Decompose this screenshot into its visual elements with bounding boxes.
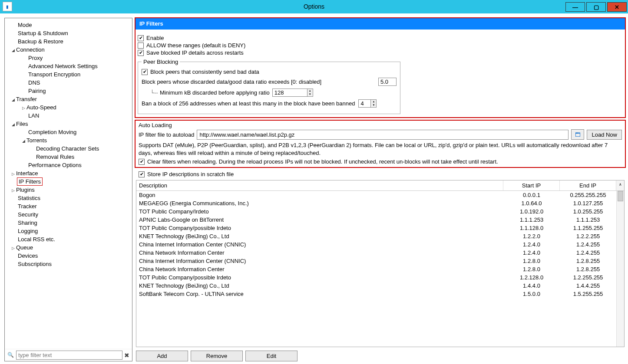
tree-toggle-icon[interactable]: ▷ [11, 172, 15, 176]
tree-toggle-icon[interactable]: ▷ [21, 106, 26, 110]
ban-block-input[interactable] [358, 99, 370, 108]
scrollbar[interactable] [616, 191, 624, 347]
tree-item[interactable]: ▷Auto-Speed [5, 103, 132, 111]
table-row[interactable]: China Internet Information Center (CNNIC… [136, 257, 616, 265]
tree-item[interactable]: Advanced Network Settings [5, 62, 132, 70]
ip-ranges-table[interactable]: Description Start IP End IP ∧ Bogon0.0.0… [136, 180, 625, 347]
col-description[interactable]: Description [136, 180, 503, 190]
tree-item-label: Auto-Speed [26, 104, 56, 111]
tree-toggle-icon[interactable]: ◢ [11, 48, 15, 52]
table-row[interactable]: China Network Information Center1.2.8.01… [136, 265, 616, 273]
tree-item-label: Completion Moving [28, 129, 76, 135]
load-now-button[interactable]: Load Now [587, 130, 622, 140]
tree-item[interactable]: ▷Queue [5, 243, 132, 252]
col-start-ip[interactable]: Start IP [503, 180, 560, 190]
col-end-ip[interactable]: End IP [560, 180, 616, 190]
tree-item[interactable]: Performance Options [5, 161, 132, 169]
scroll-thumb[interactable] [618, 191, 623, 201]
save-blocked-checkbox[interactable] [138, 50, 144, 56]
remove-button[interactable]: Remove [191, 351, 243, 361]
cell-end-ip: 1.1.255.255 [560, 224, 616, 232]
tree-toggle-icon[interactable]: ◢ [11, 122, 15, 127]
store-scratch-checkbox[interactable] [139, 171, 145, 177]
scroll-up-icon[interactable]: ∧ [616, 180, 624, 190]
tree-item[interactable]: Decoding Character Sets [5, 144, 132, 153]
tree-item[interactable]: Startup & Shutdown [5, 29, 132, 37]
min-kb-input[interactable] [272, 89, 307, 97]
maximize-button[interactable]: ▢ [586, 2, 606, 12]
close-button[interactable]: ✕ [607, 2, 627, 12]
table-row[interactable]: China Network Information Center1.2.4.01… [136, 249, 616, 257]
tree-item[interactable]: Removal Rules [5, 153, 132, 161]
enable-checkbox[interactable] [138, 35, 144, 41]
tree-item[interactable]: Tracker [5, 202, 132, 210]
clear-filters-checkbox[interactable] [139, 159, 145, 165]
ratio-input[interactable] [378, 78, 397, 86]
tree-item[interactable]: Statistics [5, 194, 132, 202]
tree-toggle-icon[interactable]: ▷ [11, 188, 15, 193]
spin-down-icon[interactable]: ▼ [371, 103, 376, 107]
allow-checkbox[interactable] [138, 43, 144, 49]
table-row[interactable]: TOT Public Company/Irdeto1.0.192.01.0.25… [136, 207, 616, 216]
tree-item[interactable]: ◢Connection [5, 46, 132, 54]
edit-button[interactable]: Edit [245, 351, 297, 361]
browse-button[interactable]: 🗔 [571, 129, 584, 140]
tree-item[interactable]: ◢Files [5, 120, 132, 128]
minimize-button[interactable]: — [565, 2, 585, 12]
tree-item[interactable]: ◢Torrents [5, 136, 132, 144]
spin-down-icon[interactable]: ▼ [307, 92, 313, 96]
table-row[interactable]: Bogon0.0.0.10.255.255.255 [136, 191, 616, 199]
tree-item[interactable]: ◢Transfer [5, 95, 132, 103]
tree-toggle-icon[interactable]: ▷ [11, 246, 15, 250]
cell-start-ip: 1.1.128.0 [503, 224, 560, 232]
tree-toggle-icon[interactable]: ◢ [11, 98, 15, 102]
tree-item[interactable]: Subscriptions [5, 260, 132, 268]
tree-item[interactable]: ▷Plugins [5, 186, 132, 194]
filter-clear-icon[interactable]: ✖ [124, 352, 129, 359]
table-row[interactable]: KNET Technology (BeiJing) Co., Ltd1.4.4.… [136, 282, 616, 290]
add-button[interactable]: Add [136, 351, 188, 361]
spin-up-icon[interactable]: ▲ [371, 100, 376, 103]
cell-start-ip: 1.4.4.0 [503, 282, 560, 289]
tree-item-label: Tracker [18, 203, 37, 210]
tree-toggle-icon[interactable]: ◢ [21, 139, 26, 143]
autoload-url-input[interactable] [197, 130, 569, 140]
tree-item[interactable]: Pairing [5, 87, 132, 95]
tree-item[interactable]: Transport Encryption [5, 70, 132, 79]
tree-item[interactable]: Logging [5, 227, 132, 235]
tree-item[interactable]: LAN [5, 111, 132, 120]
table-body: Bogon0.0.0.10.255.255.255MEGAEGG (Energi… [136, 191, 616, 347]
tree-item[interactable]: ▷Interface [5, 169, 132, 177]
table-row[interactable]: TOT Public Company/possible Irdeto1.2.12… [136, 273, 616, 282]
tree-item[interactable]: Sharing [5, 219, 132, 227]
table-row[interactable]: China Internet Information Center (CNNIC… [136, 240, 616, 249]
tree-item[interactable]: Backup & Restore [5, 37, 132, 46]
tree-item[interactable]: DNS [5, 79, 132, 87]
cell-start-ip: 1.5.0.0 [503, 290, 560, 298]
table-row[interactable]: SoftBank Telecom Corp. - ULTINA service1… [136, 290, 616, 298]
sidebar: ModeStartup & ShutdownBackup & Restore◢C… [4, 18, 132, 361]
table-row[interactable]: TOT Public Company/possible Irdeto1.1.12… [136, 224, 616, 232]
tree-item[interactable]: Local RSS etc. [5, 235, 132, 243]
min-kb-spinner[interactable]: ▲▼ [272, 89, 313, 97]
tree-item[interactable]: Security [5, 210, 132, 219]
ban-block-spinner[interactable]: ▲▼ [358, 99, 377, 108]
window-controls: — ▢ ✕ [565, 1, 628, 12]
table-row[interactable]: MEGAEGG (Energia Communications, Inc.)1.… [136, 199, 616, 207]
tree-item-label: Files [16, 121, 28, 127]
filter-input[interactable] [16, 351, 122, 360]
table-row[interactable]: KNET Technology (BeiJing) Co., Ltd1.2.2.… [136, 232, 616, 240]
spin-up-icon[interactable]: ▲ [307, 89, 313, 92]
tree-item[interactable]: Completion Moving [5, 128, 132, 136]
tree-item[interactable]: Devices [5, 252, 132, 260]
tree-item[interactable]: Mode [5, 21, 132, 29]
tree-item-label: Torrents [26, 137, 47, 144]
settings-tree[interactable]: ModeStartup & ShutdownBackup & Restore◢C… [5, 18, 132, 349]
cell-end-ip: 1.2.8.255 [560, 257, 616, 265]
tree-item[interactable]: IP Filters [5, 177, 132, 186]
tree-item-label: Startup & Shutdown [18, 30, 68, 36]
peer-blocking-legend: Peer Blocking [142, 59, 180, 65]
block-bad-checkbox[interactable] [142, 69, 148, 75]
table-row[interactable]: APNIC Labs-Google on BitTorrent1.1.1.253… [136, 216, 616, 224]
tree-item[interactable]: Proxy [5, 54, 132, 62]
